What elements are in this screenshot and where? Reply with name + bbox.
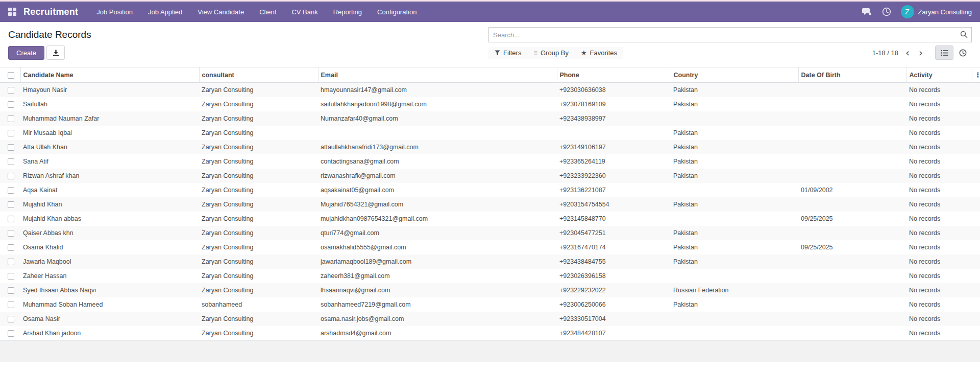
select-all-checkbox[interactable] (8, 72, 14, 79)
cell-email[interactable]: lhsaannaqvi@gmail.com (318, 283, 557, 297)
export-icon-button[interactable] (46, 45, 65, 60)
cell-dob[interactable] (798, 126, 906, 140)
cell-country[interactable]: Pakistan (671, 154, 798, 169)
cell-activity[interactable]: No records (906, 240, 972, 254)
cell-consultant[interactable]: Zaryan Consulting (199, 212, 318, 226)
cell-email[interactable]: osamakhalid5555@gmail.com (318, 240, 557, 254)
row-checkbox[interactable] (8, 130, 14, 136)
filters-button[interactable]: Filters (495, 49, 521, 57)
row-checkbox[interactable] (8, 173, 14, 179)
cell-consultant[interactable]: Zaryan Consulting (199, 283, 318, 297)
row-checkbox[interactable] (8, 216, 14, 222)
row-checkbox[interactable] (8, 287, 14, 294)
row-checkbox[interactable] (8, 201, 14, 208)
column-header-date-of-birth[interactable]: Date Of Birth (798, 67, 906, 83)
row-checkbox[interactable] (8, 273, 14, 280)
column-header-country[interactable]: Country (671, 67, 798, 83)
cell-activity[interactable]: No records (906, 83, 972, 97)
table-row[interactable]: Rizwan Ashraf khanZaryan Consultingrizwa… (0, 169, 980, 183)
cell-name[interactable]: Saifullah (20, 97, 199, 111)
cell-country[interactable] (671, 212, 798, 226)
cell-phone[interactable]: +923026396158 (557, 269, 671, 283)
cell-email[interactable] (318, 126, 557, 140)
cell-name[interactable]: Rizwan Ashraf khan (20, 169, 199, 183)
cell-dob[interactable] (798, 226, 906, 240)
cell-activity[interactable]: No records (906, 212, 972, 226)
cell-consultant[interactable]: Zaryan Consulting (199, 326, 318, 340)
cell-email[interactable]: zaheerh381@gmail.com (318, 269, 557, 283)
cell-email[interactable]: Numanzafar40@gmail.com (318, 111, 557, 126)
cell-name[interactable]: Mujahid Khan abbas (20, 212, 199, 226)
table-row[interactable]: Osama KhalidZaryan Consultingosamakhalid… (0, 240, 980, 254)
cell-country[interactable] (671, 269, 798, 283)
cell-country[interactable]: Pakistan (671, 197, 798, 212)
create-button[interactable]: Create (8, 46, 44, 60)
cell-dob[interactable] (798, 83, 906, 97)
cell-dob[interactable] (798, 169, 906, 183)
cell-phone[interactable]: +923006250066 (557, 297, 671, 312)
row-checkbox[interactable] (8, 259, 14, 265)
cell-activity[interactable]: No records (906, 97, 972, 111)
cell-activity[interactable]: No records (906, 126, 972, 140)
row-checkbox[interactable] (8, 302, 14, 308)
row-checkbox[interactable] (8, 244, 14, 251)
cell-consultant[interactable]: Zaryan Consulting (199, 240, 318, 254)
table-row[interactable]: Muhammad Soban Hameedsobanhameedsobanham… (0, 297, 980, 312)
cell-dob[interactable] (798, 254, 906, 269)
menu-item-client[interactable]: Client (259, 8, 276, 16)
app-title[interactable]: Recruitment (23, 7, 78, 17)
cell-phone[interactable]: +923078169109 (557, 97, 671, 111)
cell-consultant[interactable]: Zaryan Consulting (199, 154, 318, 169)
table-row[interactable]: Atta Ullah KhanZaryan Consultingattaulla… (0, 140, 980, 154)
cell-consultant[interactable]: Zaryan Consulting (199, 83, 318, 97)
list-view-button[interactable] (935, 45, 953, 60)
cell-country[interactable]: Pakistan (671, 254, 798, 269)
cell-country[interactable] (671, 111, 798, 126)
row-checkbox[interactable] (8, 101, 14, 108)
cell-activity[interactable]: No records (906, 154, 972, 169)
cell-phone[interactable]: +923438938997 (557, 111, 671, 126)
cell-name[interactable]: Mir Musaab Iqbal (20, 126, 199, 140)
table-row[interactable]: Syed Ihsaan Abbas NaqviZaryan Consulting… (0, 283, 980, 297)
cell-phone[interactable]: +923438484755 (557, 254, 671, 269)
cell-name[interactable]: Mujahid Khan (20, 197, 199, 212)
row-checkbox[interactable] (8, 144, 14, 151)
cell-phone[interactable]: +923233922360 (557, 169, 671, 183)
cell-consultant[interactable]: Zaryan Consulting (199, 111, 318, 126)
cell-name[interactable]: Osama Nasir (20, 312, 199, 326)
table-row[interactable]: SaifullahZaryan Consultingsaifullahkhanj… (0, 97, 980, 111)
cell-activity[interactable]: No records (906, 169, 972, 183)
cell-email[interactable]: jawariamaqbool189@gmail.com (318, 254, 557, 269)
cell-email[interactable]: contactingsana@gmail.com (318, 154, 557, 169)
optional-columns-icon[interactable]: ⋮ (975, 71, 980, 79)
cell-consultant[interactable]: Zaryan Consulting (199, 269, 318, 283)
cell-phone[interactable]: +923045477251 (557, 226, 671, 240)
table-row[interactable]: Mir Musaab IqbalZaryan ConsultingPakista… (0, 126, 980, 140)
cell-activity[interactable]: No records (906, 326, 972, 340)
cell-consultant[interactable]: Zaryan Consulting (199, 226, 318, 240)
cell-activity[interactable]: No records (906, 197, 972, 212)
table-row[interactable]: Zaheer HassanZaryan Consultingzaheerh381… (0, 269, 980, 283)
cell-activity[interactable]: No records (906, 226, 972, 240)
cell-email[interactable]: arshadmsd4@gmail.com (318, 326, 557, 340)
menu-item-view-candidate[interactable]: View Candidate (198, 8, 244, 16)
table-row[interactable]: Muhammad Nauman ZafarZaryan ConsultingNu… (0, 111, 980, 126)
cell-dob[interactable] (798, 283, 906, 297)
table-row[interactable]: Jawaria MaqboolZaryan Consultingjawariam… (0, 254, 980, 269)
cell-dob[interactable]: 01/09/2002 (798, 183, 906, 197)
cell-dob[interactable] (798, 297, 906, 312)
cell-email[interactable]: osama.nasir.jobs@gmail.com (318, 312, 557, 326)
cell-dob[interactable]: 09/25/2025 (798, 240, 906, 254)
cell-name[interactable]: Qaiser Abbas khn (20, 226, 199, 240)
cell-country[interactable] (671, 326, 798, 340)
cell-consultant[interactable]: Zaryan Consulting (199, 197, 318, 212)
row-checkbox[interactable] (8, 316, 14, 322)
column-header-candidate-name[interactable]: Candidate Name (20, 67, 199, 83)
pager-next-button[interactable]: › (917, 48, 925, 58)
cell-phone[interactable]: +923229232022 (557, 283, 671, 297)
cell-consultant[interactable]: Zaryan Consulting (199, 169, 318, 183)
cell-country[interactable] (671, 183, 798, 197)
apps-grid-icon[interactable] (8, 8, 16, 16)
cell-activity[interactable]: No records (906, 312, 972, 326)
table-row[interactable]: Qaiser Abbas khnZaryan Consultingqturi77… (0, 226, 980, 240)
